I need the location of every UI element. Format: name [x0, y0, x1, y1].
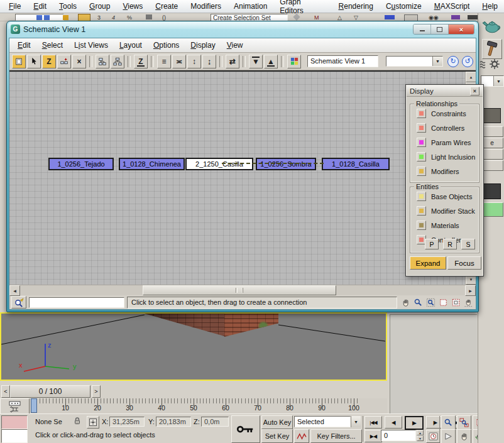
inactive-viewport[interactable] — [390, 314, 477, 413]
schematic-canvas[interactable]: 1_0256_Tejado1_0128_Chimenea2_1250_Casil… — [9, 72, 466, 285]
color-swatch-modifier-stack[interactable] — [417, 206, 426, 216]
close-icon[interactable]: × — [470, 87, 479, 96]
previous-frame-arrow-button[interactable]: < — [1, 385, 10, 398]
menu-animation[interactable]: Animation — [227, 1, 273, 12]
refresh-view-button[interactable]: ↺ — [462, 56, 473, 67]
scroll-right-icon[interactable]: ▶ — [465, 285, 476, 296]
minimize-button[interactable] — [414, 25, 431, 34]
z-coordinate-field[interactable]: 0,0m — [201, 417, 229, 427]
arrange-children-button[interactable]: ⇄ — [226, 55, 239, 68]
auto-key-button[interactable]: Auto Key — [261, 415, 293, 429]
shrink-selected-button[interactable]: Z — [134, 55, 148, 68]
reference-mode-button[interactable] — [111, 55, 124, 68]
schematic-menu-edit[interactable]: Edit — [12, 40, 36, 51]
horizontal-scrollbar[interactable]: ◀ ▶ — [9, 285, 476, 295]
field-of-view-button[interactable] — [441, 429, 456, 443]
pan-icon[interactable] — [400, 297, 411, 308]
zoom-region-icon[interactable] — [425, 297, 436, 308]
p-button[interactable]: P — [425, 239, 439, 249]
menu-edit[interactable]: Edit — [27, 1, 53, 12]
set-keys-key-icon[interactable] — [231, 415, 260, 443]
color-swatch-base-objects[interactable] — [417, 192, 426, 201]
menu-customize[interactable]: Customize — [380, 1, 428, 12]
menu-file[interactable]: File — [3, 1, 27, 12]
select-object-button[interactable] — [27, 55, 41, 68]
move-children-down-button[interactable]: ▼ — [249, 55, 263, 68]
schematic-node-1-0256-tejado[interactable]: 1_0256_Tejado — [48, 158, 114, 170]
schematic-node-1-0256-sombra[interactable]: 1_0256_Sombra — [256, 158, 316, 170]
x-coordinate-field[interactable]: 31,235m — [109, 417, 145, 427]
expand-button[interactable]: Expand — [410, 256, 446, 270]
schematic-menu-select[interactable]: Select — [36, 40, 68, 51]
track-bar-ruler[interactable]: 0102030405060708090100 — [29, 398, 363, 413]
find-icon[interactable] — [11, 296, 26, 309]
rendering-teapot-icon[interactable] — [481, 16, 502, 36]
zoom-extents-selected-icon[interactable] — [450, 297, 461, 308]
menu-maxscript[interactable]: MAXScript — [428, 1, 476, 12]
schematic-menu-options[interactable]: Options — [148, 40, 185, 51]
spinner-up-icon[interactable]: ▲ — [417, 430, 424, 435]
default-tangent-curve-icon[interactable] — [294, 429, 309, 443]
selection-lock-icon[interactable] — [73, 417, 83, 427]
main-toolbar-icon[interactable] — [44, 15, 50, 20]
schematic-menu-display[interactable]: Display — [185, 40, 221, 51]
command-panel-button[interactable] — [481, 149, 503, 160]
schematic-node-1-0128-chimenea[interactable]: 1_0128_Chimenea — [119, 158, 185, 170]
command-panel-dropdown[interactable]: ▼ — [481, 75, 504, 87]
close-button[interactable]: × — [449, 25, 474, 34]
hierarchy-mode-button[interactable] — [96, 55, 109, 68]
y-coordinate-field[interactable]: 20,183m — [156, 417, 191, 427]
previous-frame-button[interactable]: ◀| — [385, 416, 402, 429]
utilities-hammer-icon[interactable] — [482, 39, 502, 59]
key-filters-button[interactable]: Key Filters... — [310, 429, 362, 443]
chevron-down-icon[interactable]: ▼ — [351, 416, 361, 427]
maxscript-listener-pink-row[interactable] — [1, 415, 28, 429]
color-swatch-param-wires[interactable] — [417, 138, 426, 147]
key-mode-dropdown[interactable]: Selected ▼ — [294, 416, 361, 427]
gear-icon[interactable] — [489, 58, 501, 71]
spinner-down-icon[interactable]: ▼ — [417, 435, 424, 441]
waves-icon[interactable] — [479, 60, 486, 70]
preferences-button[interactable] — [287, 55, 301, 68]
align-vertical-alt-button[interactable]: ↨ — [202, 55, 216, 68]
main-toolbar-icon[interactable] — [146, 14, 152, 19]
pan-region-icon[interactable] — [463, 297, 474, 308]
play-button[interactable]: ▶ — [405, 416, 424, 430]
align-horizontal-button[interactable]: ≡ — [157, 55, 171, 68]
menu-help[interactable]: Help — [476, 1, 504, 12]
pan-to-selected-button[interactable]: ↻ — [447, 56, 459, 67]
chevron-down-icon[interactable]: ▼ — [432, 57, 442, 66]
menu-rendering[interactable]: Rendering — [332, 1, 380, 12]
display-floater-toggle-button[interactable] — [12, 55, 26, 68]
color-swatch-constraints[interactable] — [417, 109, 426, 118]
scroll-up-icon[interactable]: ▲ — [466, 72, 476, 82]
schematic-node-1-0128-casilla[interactable]: 1_0128_Casilla — [322, 158, 390, 170]
color-swatch-modifiers[interactable] — [417, 167, 426, 176]
zoom-extents-icon[interactable] — [437, 297, 449, 308]
menu-views[interactable]: Views — [116, 1, 149, 12]
schematic-menu-view[interactable]: View — [221, 40, 249, 51]
time-slider-frame-button[interactable]: 0 / 100 — [10, 385, 90, 398]
zoom-all-button[interactable] — [457, 415, 471, 430]
s-button[interactable]: S — [461, 239, 475, 249]
menu-create[interactable]: Create — [149, 1, 184, 12]
command-panel-button[interactable] — [481, 160, 503, 171]
menu-group[interactable]: Group — [83, 1, 116, 12]
pan-view-button[interactable] — [457, 429, 471, 443]
maxscript-listener-white-row[interactable] — [1, 429, 28, 443]
main-toolbar-icon[interactable] — [385, 15, 395, 19]
command-panel-green-button[interactable] — [481, 202, 503, 217]
maximize-button[interactable] — [431, 25, 449, 34]
add-bookmark-button[interactable] — [57, 55, 71, 68]
schematic-search-field[interactable] — [29, 297, 124, 308]
color-swatch-light-inclusion[interactable] — [417, 152, 426, 161]
main-toolbar-icon[interactable] — [63, 15, 68, 20]
scroll-left-icon[interactable]: ◀ — [9, 285, 20, 296]
schematic-title-bar[interactable]: G Schematic View 1 × — [7, 21, 478, 37]
command-panel-button[interactable] — [481, 126, 503, 137]
color-swatch-controllers[interactable] — [417, 123, 426, 133]
main-toolbar-icon[interactable] — [451, 15, 460, 19]
schematic-menu-layout[interactable]: Layout — [114, 40, 148, 51]
move-children-up-button[interactable]: ▲ — [264, 55, 278, 68]
next-frame-arrow-button[interactable]: > — [92, 385, 101, 398]
